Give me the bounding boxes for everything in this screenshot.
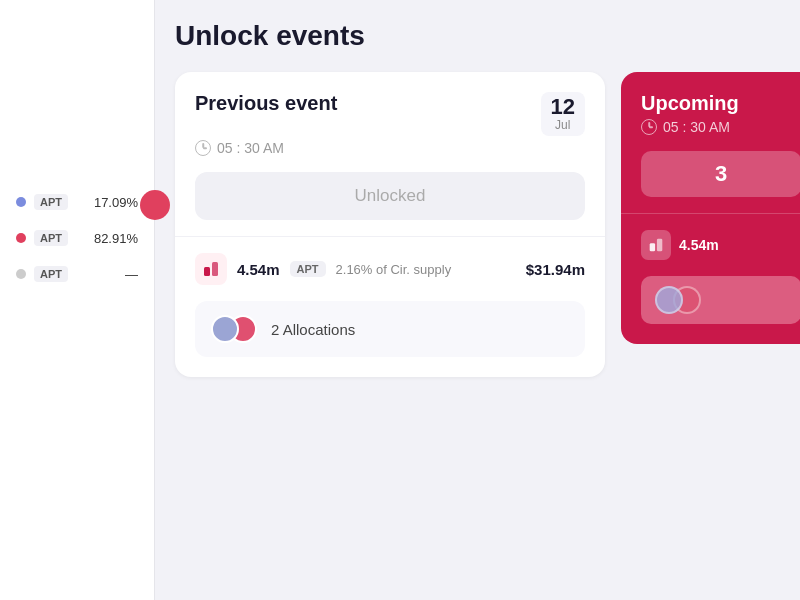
main-content: Unlock events Previous event 12 Jul 05 :… [155,0,800,600]
cards-row: Previous event 12 Jul 05 : 30 AM Unlocke… [175,72,780,377]
upcoming-token-icon [641,230,671,260]
svg-rect-0 [204,267,210,276]
upcoming-alloc-icons [655,286,701,314]
sidebar-dot-1 [16,197,26,207]
sidebar-item-1: APT 17.09% [0,188,154,216]
upcoming-alloc-circle-1 [655,286,683,314]
token-amount: 4.54m [237,261,280,278]
previous-event-card: Previous event 12 Jul 05 : 30 AM Unlocke… [175,72,605,377]
upcoming-token-amount: 4.54m [679,237,719,253]
svg-rect-3 [657,239,662,252]
token-icon [195,253,227,285]
sidebar-percent-1: 17.09% [94,195,138,210]
prev-time-text: 05 : 30 AM [217,140,284,156]
prev-card-time: 05 : 30 AM [195,140,585,156]
sidebar-item-1-left: APT [16,194,68,210]
unlocked-button[interactable]: Unlocked [195,172,585,220]
sidebar-badge-1: APT [34,194,68,210]
sidebar-badge-2: APT [34,230,68,246]
upcoming-alloc-row [641,276,800,324]
sidebar-badge-3: APT [34,266,68,282]
card-divider [175,236,605,237]
upcoming-countdown: 3 [641,151,800,197]
clock-icon [195,140,211,156]
token-supply: 2.16% of Cir. supply [336,262,452,277]
token-row: 4.54m APT 2.16% of Cir. supply $31.94m [195,253,585,285]
svg-rect-2 [650,243,655,251]
page-container: APT 17.09% APT 82.91% APT — Unlock event… [0,0,800,600]
apt-tag: APT [290,261,326,277]
sidebar-item-2-left: APT [16,230,68,246]
upcoming-time-text: 05 : 30 AM [663,119,730,135]
prev-date-badge: 12 Jul [541,92,585,136]
sidebar-item-3: APT — [0,260,154,288]
prev-date-day: 12 [551,96,575,118]
upcoming-card-title: Upcoming [641,92,800,115]
upcoming-divider [621,213,800,214]
sidebar-percent-2: 82.91% [94,231,138,246]
page-title: Unlock events [175,20,780,52]
prev-date-month: Jul [555,118,570,132]
svg-rect-1 [212,262,218,276]
prev-card-title: Previous event [195,92,337,115]
upcoming-token-row: 4.54m [641,230,800,260]
upcoming-event-card: Upcoming 05 : 30 AM 3 4 [621,72,800,344]
allocations-label: 2 Allocations [271,321,355,338]
sidebar-item-2: APT 82.91% [0,224,154,252]
alloc-icons [211,315,257,343]
upcoming-card-time: 05 : 30 AM [641,119,800,135]
sidebar: APT 17.09% APT 82.91% APT — [0,0,155,600]
alloc-circle-1 [211,315,239,343]
token-usd: $31.94m [526,261,585,278]
sidebar-dot-2 [16,233,26,243]
allocations-row[interactable]: 2 Allocations [195,301,585,357]
upcoming-clock-icon [641,119,657,135]
sidebar-item-3-left: APT [16,266,68,282]
upcoming-countdown-num: 3 [715,161,727,187]
prev-card-header: Previous event 12 Jul [195,92,585,136]
left-circle-decoration [140,190,170,220]
sidebar-dot-3 [16,269,26,279]
sidebar-percent-3: — [125,267,138,282]
